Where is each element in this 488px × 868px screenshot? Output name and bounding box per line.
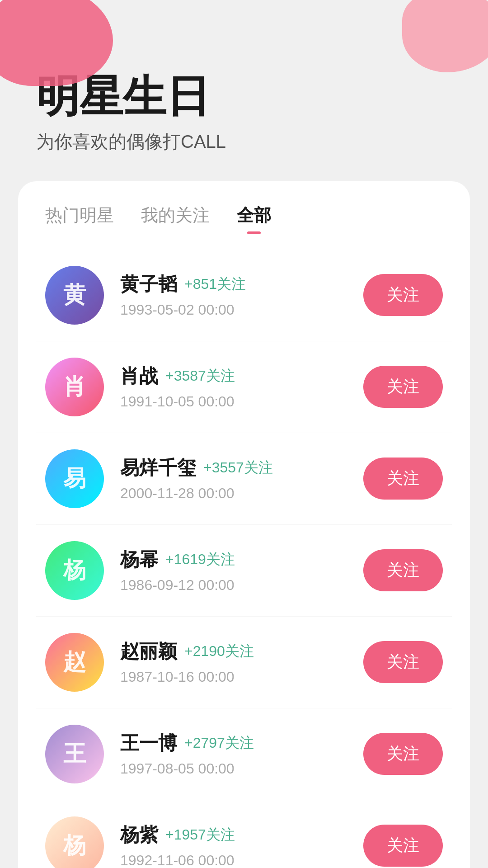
- list-item: 杨 杨幂 +1619关注 1986-09-12 00:00 关注: [36, 525, 452, 617]
- page-title: 明星生日: [36, 72, 452, 120]
- list-item: 肖 肖战 +3587关注 1991-10-05 00:00 关注: [36, 341, 452, 433]
- star-birthday: 1992-11-06 00:00: [120, 852, 363, 868]
- list-item: 易 易烊千玺 +3557关注 2000-11-28 00:00 关注: [36, 433, 452, 525]
- star-name-row: 杨紫 +1957关注: [120, 822, 363, 848]
- star-name: 黄子韬: [120, 272, 177, 297]
- main-card: 热门明星 我的关注 全部 黄 黄子韬 +851关注 1993-05-02 00:…: [18, 181, 470, 868]
- tab-all[interactable]: 全部: [237, 204, 271, 231]
- avatar: 黄: [45, 266, 104, 325]
- avatar: 易: [45, 449, 104, 508]
- tab-follow[interactable]: 我的关注: [141, 204, 210, 231]
- star-info: 赵丽颖 +2190关注 1987-10-16 00:00: [120, 639, 363, 685]
- star-follow-count: +2190关注: [184, 642, 254, 661]
- tab-hot[interactable]: 热门明星: [45, 204, 114, 231]
- star-birthday: 1997-08-05 00:00: [120, 760, 363, 777]
- star-info: 肖战 +3587关注 1991-10-05 00:00: [120, 363, 363, 410]
- star-follow-count: +2797关注: [184, 733, 254, 753]
- follow-button[interactable]: 关注: [363, 458, 443, 500]
- avatar: 赵: [45, 633, 104, 692]
- list-item: 王 王一博 +2797关注 1997-08-05 00:00 关注: [36, 708, 452, 800]
- star-list: 黄 黄子韬 +851关注 1993-05-02 00:00 关注 肖 肖战 +3…: [18, 250, 470, 868]
- list-item: 杨 杨紫 +1957关注 1992-11-06 00:00 关注: [36, 800, 452, 868]
- star-follow-count: +3587关注: [165, 366, 235, 386]
- star-name-row: 杨幂 +1619关注: [120, 547, 363, 572]
- star-follow-count: +1957关注: [165, 825, 235, 845]
- follow-button[interactable]: 关注: [363, 825, 443, 867]
- star-info: 王一博 +2797关注 1997-08-05 00:00: [120, 731, 363, 777]
- star-info: 易烊千玺 +3557关注 2000-11-28 00:00: [120, 455, 363, 502]
- star-name-row: 肖战 +3587关注: [120, 363, 363, 389]
- page-subtitle: 为你喜欢的偶像打CALL: [36, 129, 452, 154]
- star-name: 易烊千玺: [120, 455, 196, 481]
- star-name: 肖战: [120, 363, 158, 389]
- follow-button[interactable]: 关注: [363, 733, 443, 775]
- list-item: 黄 黄子韬 +851关注 1993-05-02 00:00 关注: [36, 250, 452, 341]
- follow-button[interactable]: 关注: [363, 549, 443, 591]
- star-name-row: 黄子韬 +851关注: [120, 272, 363, 297]
- star-birthday: 1986-09-12 00:00: [120, 577, 363, 594]
- avatar: 肖: [45, 358, 104, 416]
- star-info: 黄子韬 +851关注 1993-05-02 00:00: [120, 272, 363, 318]
- star-birthday: 1991-10-05 00:00: [120, 393, 363, 410]
- decorative-blob-right: [402, 0, 488, 72]
- star-follow-count: +851关注: [184, 274, 246, 294]
- star-name: 赵丽颖: [120, 639, 177, 664]
- avatar: 杨: [45, 816, 104, 868]
- star-name-row: 易烊千玺 +3557关注: [120, 455, 363, 481]
- star-name: 杨紫: [120, 822, 158, 848]
- follow-button[interactable]: 关注: [363, 641, 443, 683]
- star-name: 王一博: [120, 731, 177, 756]
- star-info: 杨紫 +1957关注 1992-11-06 00:00: [120, 822, 363, 868]
- star-birthday: 1993-05-02 00:00: [120, 302, 363, 318]
- star-info: 杨幂 +1619关注 1986-09-12 00:00: [120, 547, 363, 594]
- tabs-container: 热门明星 我的关注 全部: [18, 204, 470, 231]
- star-name-row: 赵丽颖 +2190关注: [120, 639, 363, 664]
- list-item: 赵 赵丽颖 +2190关注 1987-10-16 00:00 关注: [36, 617, 452, 708]
- star-name: 杨幂: [120, 547, 158, 572]
- avatar: 王: [45, 725, 104, 783]
- star-birthday: 1987-10-16 00:00: [120, 669, 363, 685]
- avatar: 杨: [45, 541, 104, 600]
- star-follow-count: +3557关注: [203, 458, 273, 478]
- follow-button[interactable]: 关注: [363, 274, 443, 316]
- star-birthday: 2000-11-28 00:00: [120, 485, 363, 502]
- star-follow-count: +1619关注: [165, 550, 235, 570]
- follow-button[interactable]: 关注: [363, 366, 443, 408]
- star-name-row: 王一博 +2797关注: [120, 731, 363, 756]
